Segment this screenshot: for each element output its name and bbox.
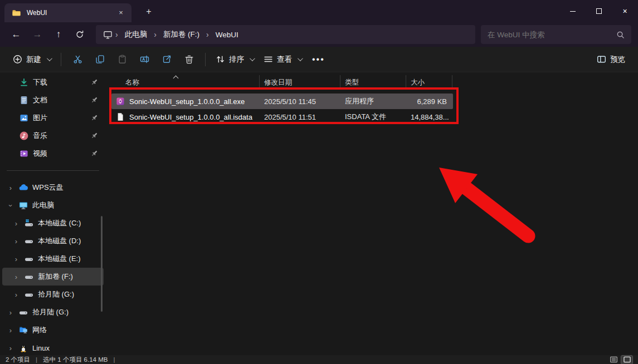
videos-icon <box>19 149 29 159</box>
search-input[interactable] <box>488 31 616 39</box>
view-button[interactable]: 查看 <box>259 51 306 68</box>
sidebar-item-drive-g[interactable]: › 拾月陆 (G:) <box>2 303 104 321</box>
sidebar-item-network[interactable]: › 网络 <box>2 321 104 339</box>
sidebar-item-videos[interactable]: 视频 <box>2 145 104 163</box>
sidebar-item-drive-e[interactable]: › 本地磁盘 (E:) <box>2 250 104 268</box>
chevron-right-icon[interactable]: › <box>7 308 14 317</box>
breadcrumb-separator: › <box>203 30 212 39</box>
tab-close-icon[interactable]: × <box>115 7 127 19</box>
sidebar-item-downloads[interactable]: 下载 <box>2 73 104 91</box>
new-tab-button[interactable]: + <box>142 4 156 19</box>
sidebar-item-wps-cloud[interactable]: › WPS云盘 <box>2 179 104 196</box>
sidebar-item-label: Linux <box>32 344 50 352</box>
sidebar-item-drive-d[interactable]: › 本地磁盘 (D:) <box>2 232 104 250</box>
chevron-right-icon[interactable]: › <box>12 291 20 299</box>
chevron-expanded-icon[interactable]: › <box>7 201 15 209</box>
preview-pane-icon <box>597 55 606 64</box>
sidebar-item-drive-c[interactable]: › 本地磁盘 (C:) <box>2 214 104 232</box>
sidebar-item-this-pc[interactable]: › 此电脑 <box>2 196 104 214</box>
paste-button[interactable] <box>111 50 133 69</box>
sidebar-item-drive-g-child[interactable]: › 拾月陆 (G:) <box>2 286 104 303</box>
file-modified-cell: 2025/5/10 11:51 <box>260 113 340 121</box>
preview-toggle-button[interactable]: 预览 <box>592 51 630 68</box>
breadcrumb-separator: › <box>113 30 121 39</box>
this-pc-icon[interactable] <box>103 29 113 40</box>
file-list-pane: 名称 修改日期 类型 大小 Sonic-WebUI_setup_1.0.0.0_… <box>106 72 638 355</box>
column-header-name[interactable]: 名称 <box>111 75 260 90</box>
sidebar-item-label: 下载 <box>33 77 47 87</box>
chevron-right-icon[interactable]: › <box>7 344 14 352</box>
search-box[interactable] <box>481 25 631 44</box>
column-header-type[interactable]: 类型 <box>340 75 406 90</box>
large-icons-view-button[interactable] <box>621 356 632 364</box>
column-header-size[interactable]: 大小 <box>406 75 452 90</box>
toolbar-divider <box>205 53 206 66</box>
minimize-button[interactable] <box>559 0 586 22</box>
chevron-right-icon[interactable]: › <box>12 237 20 245</box>
file-name-cell: Sonic-WebUI_setup_1.0.0.0_all.isdata <box>111 112 260 121</box>
sidebar-item-label: 新加卷 (F:) <box>38 272 73 282</box>
refresh-button[interactable] <box>69 26 90 43</box>
breadcrumb-drive-f[interactable]: 新加卷 (F:) <box>159 28 203 41</box>
chevron-right-icon[interactable]: › <box>7 184 14 192</box>
more-options-button[interactable]: ••• <box>306 55 330 65</box>
sort-button[interactable]: 排序 <box>211 51 259 68</box>
delete-button[interactable] <box>178 50 200 69</box>
this-pc-monitor-icon <box>18 200 28 210</box>
file-name: Sonic-WebUI_setup_1.0.0.0_all.isdata <box>129 113 252 121</box>
search-icon[interactable] <box>616 31 625 39</box>
view-icon <box>264 55 273 64</box>
copy-button[interactable] <box>89 50 111 69</box>
chevron-right-icon[interactable]: › <box>12 219 20 228</box>
cut-icon <box>73 55 82 64</box>
file-row-isdata[interactable]: Sonic-WebUI_setup_1.0.0.0_all.isdata 202… <box>111 109 453 125</box>
breadcrumb-webui[interactable]: WebUI <box>212 29 242 40</box>
sidebar-item-label: 拾月陆 (G:) <box>38 289 74 299</box>
spacer <box>111 90 638 94</box>
sidebar-item-label: 此电脑 <box>32 200 54 210</box>
details-view-button[interactable] <box>608 356 619 364</box>
pin-icon <box>90 114 99 122</box>
column-header-label: 类型 <box>345 78 359 87</box>
pin-icon <box>90 149 99 158</box>
back-button[interactable]: ← <box>6 26 27 43</box>
chevron-right-icon[interactable]: › <box>12 273 20 281</box>
sort-button-label: 排序 <box>229 55 244 65</box>
file-type-cell: 应用程序 <box>340 96 406 106</box>
chevron-right-icon[interactable]: › <box>7 326 14 335</box>
share-button[interactable] <box>155 50 178 69</box>
new-button[interactable]: 新建 <box>8 51 56 68</box>
sidebar-item-pictures[interactable]: 图片 <box>2 109 104 127</box>
up-button[interactable]: ↑ <box>48 26 69 43</box>
forward-button[interactable]: → <box>27 26 48 43</box>
column-header-modified[interactable]: 修改日期 <box>260 75 340 90</box>
sidebar-item-label: 网络 <box>32 325 47 335</box>
sidebar-item-label: 音乐 <box>33 131 47 141</box>
file-row-exe[interactable]: Sonic-WebUI_setup_1.0.0.0_all.exe 2025/5… <box>111 94 453 109</box>
sidebar-item-music[interactable]: 音乐 <box>2 127 104 145</box>
breadcrumb-this-pc[interactable]: 此电脑 <box>121 28 152 41</box>
status-divider: | <box>113 356 115 363</box>
sidebar-scrollbar-thumb[interactable] <box>101 216 103 312</box>
refresh-icon <box>75 30 84 39</box>
close-button[interactable]: × <box>612 0 638 22</box>
column-headers: 名称 修改日期 类型 大小 <box>111 75 638 90</box>
sidebar-item-linux[interactable]: › Linux <box>2 339 104 357</box>
installer-exe-icon <box>116 97 125 106</box>
preview-button-label: 预览 <box>610 55 625 65</box>
sidebar-item-drive-f[interactable]: › 新加卷 (F:) <box>2 268 104 286</box>
cut-button[interactable] <box>66 50 89 69</box>
file-explorer-window: WebUI × + × ← → ↑ › 此电脑 › 新加卷 (F:) › Web… <box>0 0 638 364</box>
sidebar-item-label: 本地磁盘 (D:) <box>38 236 81 246</box>
chevron-down-icon <box>47 56 52 61</box>
chevron-right-icon[interactable]: › <box>12 255 20 263</box>
explorer-tab-webui[interactable]: WebUI × <box>4 3 132 22</box>
tab-title: WebUI <box>27 9 109 17</box>
rename-button[interactable] <box>133 50 155 69</box>
sidebar-item-documents[interactable]: 文档 <box>2 91 104 109</box>
drive-icon <box>24 254 34 264</box>
new-button-label: 新建 <box>26 55 41 65</box>
file-name: Sonic-WebUI_setup_1.0.0.0_all.exe <box>129 97 245 106</box>
maximize-button[interactable] <box>586 0 612 22</box>
sidebar-item-label: 文档 <box>33 95 47 105</box>
